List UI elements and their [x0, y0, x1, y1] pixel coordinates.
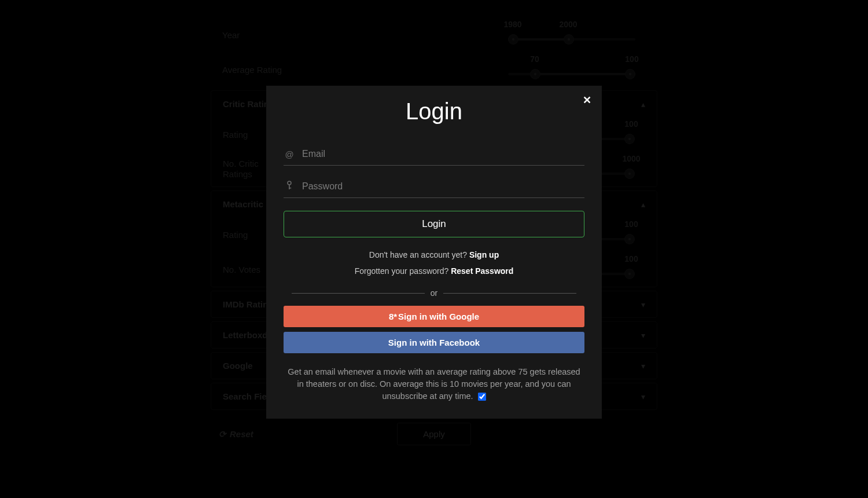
key-icon [285, 181, 294, 192]
signup-prompt: Don't have an account yet? Sign up [284, 250, 584, 259]
email-input[interactable] [302, 149, 583, 159]
forgot-prompt-text: Forgotten your password? [355, 266, 451, 276]
subscribe-checkbox[interactable] [478, 393, 486, 401]
at-icon: @ [285, 149, 294, 159]
login-modal: ✕ Login @ Login Don't have an account ye… [266, 86, 602, 419]
reset-password-link[interactable]: Reset Password [451, 266, 513, 276]
login-button[interactable]: Login [284, 211, 584, 237]
google-signin-label: Sign in with Google [398, 312, 479, 321]
disclaimer-text: Get an email whenever a movie with an av… [288, 367, 580, 401]
signup-link[interactable]: Sign up [469, 250, 499, 259]
svg-rect-1 [289, 185, 290, 189]
forgot-prompt: Forgotten your password? Reset Password [284, 266, 584, 276]
google-signin-button[interactable]: 8*Sign in with Google [284, 306, 584, 327]
password-field-wrapper [284, 176, 584, 198]
facebook-signin-button[interactable]: Sign in with Facebook [284, 332, 584, 353]
email-field-wrapper: @ [284, 144, 584, 166]
divider-line [292, 293, 425, 294]
close-icon[interactable]: ✕ [583, 94, 591, 107]
or-divider: or [292, 288, 576, 298]
signup-prompt-text: Don't have an account yet? [369, 250, 469, 259]
password-input[interactable] [302, 181, 583, 192]
svg-point-0 [288, 181, 291, 185]
divider-text: or [431, 288, 437, 298]
modal-title: Login [284, 98, 584, 124]
divider-line [443, 293, 576, 294]
facebook-signin-label: Sign in with Facebook [388, 338, 480, 347]
email-subscription-disclaimer: Get an email whenever a movie with an av… [284, 366, 584, 402]
svg-rect-2 [289, 188, 291, 188]
google-icon: 8* [389, 312, 397, 321]
